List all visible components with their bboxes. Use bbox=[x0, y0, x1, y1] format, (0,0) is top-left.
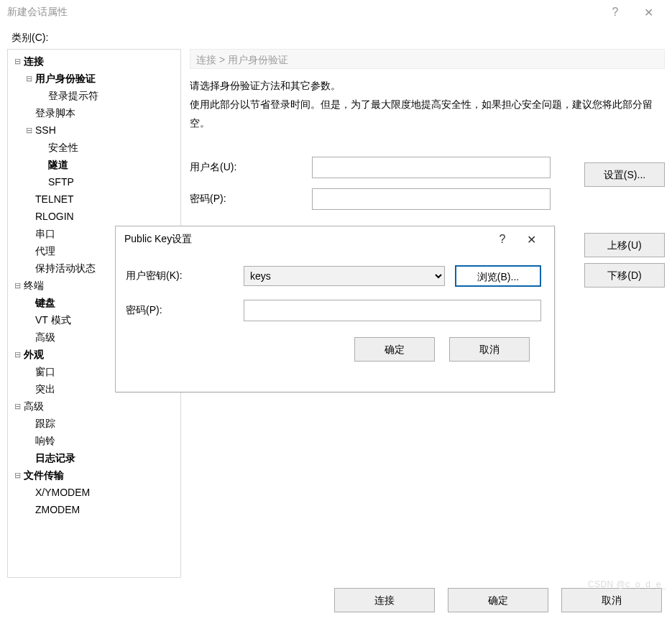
tree-item-label: SSH bbox=[34, 121, 57, 139]
tree-item[interactable]: ⊟连接 bbox=[8, 52, 180, 70]
window-titlebar: 新建会话属性 ? ✕ bbox=[0, 0, 672, 24]
tree-expander-icon[interactable]: ⊟ bbox=[12, 52, 22, 70]
tree-item-label: 登录脚本 bbox=[34, 104, 77, 121]
tree-item[interactable]: RLOGIN bbox=[8, 208, 180, 225]
user-key-label: 用户密钥(K): bbox=[126, 270, 244, 282]
password-row: 密码(P): bbox=[190, 188, 551, 210]
password-label: 密码(P): bbox=[190, 193, 312, 206]
help-icon[interactable]: ? bbox=[599, 6, 632, 19]
user-key-select[interactable]: keys bbox=[244, 266, 445, 286]
tree-item-label: 跟踪 bbox=[34, 415, 57, 432]
tree-item-label: X/YMODEM bbox=[34, 484, 91, 501]
dialog-titlebar: Public Key设置 ? ✕ bbox=[116, 226, 554, 252]
tree-item-label: 安全性 bbox=[47, 139, 80, 156]
tree-item-label: RLOGIN bbox=[34, 208, 75, 225]
tree-item-label: 外观 bbox=[22, 346, 45, 363]
tree-item-label: 高级 bbox=[22, 397, 45, 415]
tree-item[interactable]: TELNET bbox=[8, 190, 180, 208]
close-icon[interactable]: ✕ bbox=[632, 6, 665, 19]
side-buttons: 设置(S)... 上移(U) 下移(D) bbox=[584, 132, 665, 288]
move-up-button[interactable]: 上移(U) bbox=[584, 233, 665, 257]
window-title: 新建会话属性 bbox=[7, 6, 599, 19]
dialog-title: Public Key设置 bbox=[124, 233, 488, 246]
tree-item-label: 串口 bbox=[34, 225, 57, 242]
tree-item-label: 代理 bbox=[34, 242, 57, 259]
dialog-cancel-button[interactable]: 取消 bbox=[449, 337, 530, 362]
tree-item[interactable]: ⊟文件传输 bbox=[8, 466, 180, 484]
tree-item[interactable]: X/YMODEM bbox=[8, 484, 180, 501]
tree-item-label: 高级 bbox=[34, 328, 57, 346]
dialog-ok-button[interactable]: 确定 bbox=[354, 337, 435, 362]
breadcrumb: 连接 > 用户身份验证 bbox=[190, 49, 665, 69]
tree-expander-icon[interactable]: ⊟ bbox=[12, 346, 22, 363]
setup-button[interactable]: 设置(S)... bbox=[584, 162, 665, 187]
tree-item-label: TELNET bbox=[34, 190, 75, 208]
tree-item-label: 突出 bbox=[34, 380, 57, 397]
tree-item[interactable]: 登录提示符 bbox=[8, 87, 180, 104]
connect-button[interactable]: 连接 bbox=[334, 588, 435, 612]
tree-expander-icon[interactable]: ⊟ bbox=[12, 466, 22, 484]
tree-item[interactable]: 响铃 bbox=[8, 432, 180, 449]
tree-item-label: 保持活动状态 bbox=[34, 259, 97, 277]
intro-text: 请选择身份验证方法和其它参数。 使用此部分以节省登录时间。但是，为了最大限度地提… bbox=[190, 76, 665, 132]
tree-item-label: 连接 bbox=[22, 52, 45, 70]
tree-item[interactable]: ⊟SSH bbox=[8, 121, 180, 139]
dialog-password-row: 密码(P): bbox=[126, 300, 544, 321]
tree-item-label: 终端 bbox=[22, 277, 45, 294]
tree-item[interactable]: ⊟高级 bbox=[8, 397, 180, 415]
intro-line1: 请选择身份验证方法和其它参数。 bbox=[190, 76, 665, 95]
username-input[interactable] bbox=[312, 157, 551, 178]
tree-item-label: 窗口 bbox=[34, 363, 57, 380]
tree-item-label: 响铃 bbox=[34, 432, 57, 449]
browse-button[interactable]: 浏览(B)... bbox=[455, 265, 541, 287]
tree-item[interactable]: 登录脚本 bbox=[8, 104, 180, 121]
tree-item-label: 隧道 bbox=[47, 156, 70, 173]
tree-expander-icon[interactable]: ⊟ bbox=[12, 277, 22, 294]
tree-item[interactable]: 安全性 bbox=[8, 139, 180, 156]
tree-item[interactable]: 隧道 bbox=[8, 156, 180, 173]
tree-item-label: SFTP bbox=[47, 173, 75, 190]
tree-item-label: 用户身份验证 bbox=[34, 70, 97, 87]
username-row: 用户名(U): bbox=[190, 157, 551, 178]
dialog-close-icon[interactable]: ✕ bbox=[517, 233, 546, 247]
tree-expander-icon[interactable]: ⊟ bbox=[12, 397, 22, 415]
move-down-button[interactable]: 下移(D) bbox=[584, 263, 665, 288]
user-key-row: 用户密钥(K): keys 浏览(B)... bbox=[126, 265, 544, 287]
intro-line2: 使用此部分以节省登录时间。但是，为了最大限度地提高安全性，如果担心安全问题，建议… bbox=[190, 95, 665, 132]
tree-item[interactable]: 跟踪 bbox=[8, 415, 180, 432]
tree-item-label: ZMODEM bbox=[34, 501, 81, 518]
tree-item-label: VT 模式 bbox=[34, 311, 73, 328]
tree-item[interactable]: ZMODEM bbox=[8, 501, 180, 518]
category-label: 类别(C): bbox=[7, 24, 665, 49]
tree-expander-icon[interactable]: ⊟ bbox=[24, 121, 34, 139]
tree-item-label: 日志记录 bbox=[34, 449, 77, 466]
tree-expander-icon[interactable]: ⊟ bbox=[24, 70, 34, 87]
dialog-password-input[interactable] bbox=[244, 300, 541, 321]
public-key-dialog: Public Key设置 ? ✕ 用户密钥(K): keys 浏览(B)... … bbox=[115, 226, 555, 392]
dialog-help-icon[interactable]: ? bbox=[488, 233, 517, 246]
tree-item[interactable]: ⊟用户身份验证 bbox=[8, 70, 180, 87]
tree-item-label: 文件传输 bbox=[22, 466, 65, 484]
footer-buttons: 连接 确定 取消 bbox=[334, 588, 662, 612]
tree-item[interactable]: SFTP bbox=[8, 173, 180, 190]
ok-button[interactable]: 确定 bbox=[448, 588, 548, 612]
tree-item[interactable]: 日志记录 bbox=[8, 449, 180, 466]
dialog-password-label: 密码(P): bbox=[126, 304, 244, 317]
cancel-button[interactable]: 取消 bbox=[561, 588, 662, 612]
username-label: 用户名(U): bbox=[190, 161, 312, 174]
password-input[interactable] bbox=[312, 188, 551, 210]
tree-item-label: 登录提示符 bbox=[47, 87, 100, 104]
tree-item-label: 键盘 bbox=[34, 294, 57, 311]
